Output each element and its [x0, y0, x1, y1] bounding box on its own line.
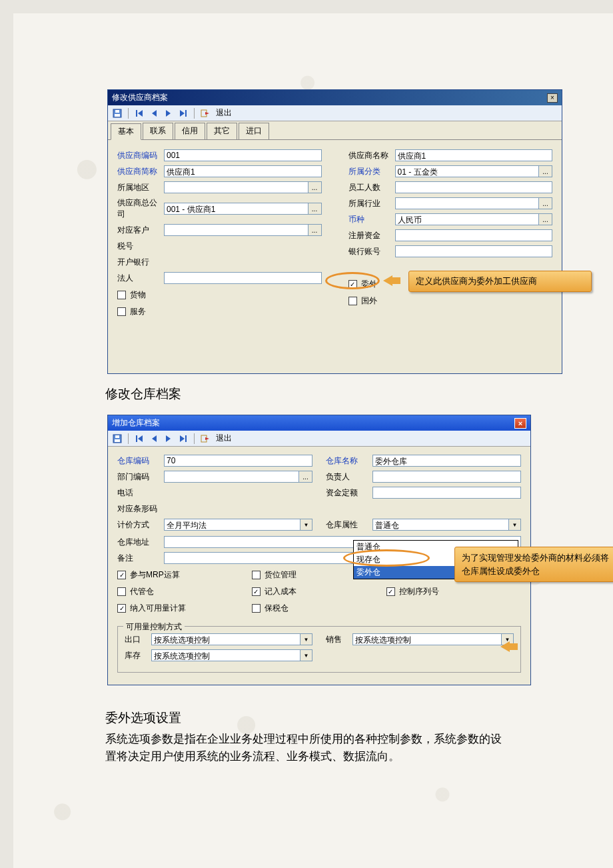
exit-label[interactable]: 退出 [216, 433, 232, 444]
svg-rect-8 [185, 110, 187, 117]
svg-marker-7 [180, 110, 185, 117]
fld-bankno[interactable] [395, 245, 553, 257]
save-icon[interactable] [112, 433, 123, 444]
lbl-tax: 税号 [117, 241, 164, 252]
pricing-dropdown-button[interactable]: ▼ [301, 519, 312, 531]
fld-hq[interactable]: 001 - 供应商1 [164, 203, 308, 215]
first-icon[interactable] [134, 433, 145, 444]
heading-modify-warehouse: 修改仓库档案 [105, 385, 181, 403]
lbl-agent: 代管仓 [130, 586, 154, 597]
save-icon[interactable] [112, 108, 123, 119]
next-icon[interactable] [163, 108, 174, 119]
fld-staff[interactable] [395, 181, 553, 193]
lbl-stock: 库存 [125, 650, 151, 661]
industry-picker-button[interactable]: ... [539, 197, 552, 209]
fld-sales[interactable]: 按系统选项控制 [352, 633, 502, 645]
last-icon[interactable] [178, 433, 189, 444]
lbl-sales: 销售 [326, 634, 352, 645]
fld-supplier-code[interactable]: 001 [164, 149, 322, 161]
warehouse-toolbar: 退出 [108, 431, 530, 447]
next-icon[interactable] [163, 433, 174, 444]
cb-sn[interactable] [386, 587, 395, 596]
lbl-capital: 注册资金 [348, 230, 395, 241]
prev-icon[interactable] [149, 433, 159, 444]
fld-legal[interactable] [164, 272, 322, 284]
lbl-customer: 对应客户 [117, 225, 164, 236]
svg-marker-18 [180, 435, 185, 442]
svg-marker-10 [205, 112, 209, 115]
fld-owner[interactable] [372, 471, 521, 483]
tab-other[interactable]: 其它 [207, 123, 237, 139]
cb-bonded[interactable] [252, 604, 261, 613]
attr-dropdown-button[interactable]: ▼ [509, 519, 521, 531]
svg-marker-16 [152, 435, 157, 442]
cb-cost[interactable] [252, 587, 261, 596]
cb-avail[interactable] [117, 604, 126, 613]
cb-loc[interactable] [252, 571, 261, 579]
dept-picker-button[interactable]: ... [299, 471, 312, 483]
lbl-service: 服务 [130, 306, 146, 317]
cb-mrp[interactable] [117, 571, 126, 579]
close-button[interactable]: × [514, 418, 526, 429]
lbl-wh-code: 仓库编码 [117, 455, 164, 467]
lbl-bonded: 保税仓 [265, 603, 289, 614]
fld-currency[interactable]: 人民币 [395, 213, 540, 225]
exit-icon[interactable] [200, 108, 211, 119]
fld-export[interactable]: 按系统选项控制 [151, 633, 301, 645]
lbl-owner: 负责人 [326, 471, 372, 483]
close-button[interactable]: × [547, 93, 558, 103]
heading-outsource-options: 委外选项设置 [105, 709, 181, 727]
exit-label[interactable]: 退出 [216, 107, 232, 119]
sales-arrow-icon [500, 641, 510, 652]
hq-picker-button[interactable]: ... [308, 203, 322, 215]
lbl-barcode: 对应条形码 [117, 503, 164, 515]
fld-wh-code[interactable]: 70 [164, 455, 312, 467]
lbl-avail: 纳入可用量计算 [130, 603, 186, 614]
fld-pricing[interactable]: 全月平均法 [164, 519, 301, 531]
tab-contact[interactable]: 联系 [143, 123, 173, 139]
exit-icon[interactable] [200, 433, 211, 444]
fld-supplier-name[interactable]: 供应商1 [395, 149, 553, 161]
first-icon[interactable] [134, 108, 145, 119]
tab-import[interactable]: 进口 [239, 123, 269, 139]
svg-rect-13 [115, 435, 119, 438]
export-dropdown-button[interactable]: ▼ [301, 633, 312, 645]
cb-goods[interactable] [117, 291, 126, 299]
fld-attr[interactable]: 普通仓 [372, 519, 509, 531]
cb-service[interactable] [117, 307, 126, 316]
fld-stock[interactable]: 按系统选项控制 [151, 649, 301, 661]
fld-category[interactable]: 01 - 五金类 [395, 165, 540, 177]
tab-credit[interactable]: 信用 [175, 123, 205, 139]
cb-agent[interactable] [117, 587, 126, 596]
currency-picker-button[interactable]: ... [539, 213, 552, 225]
fld-customer[interactable] [164, 224, 308, 236]
category-picker-button[interactable]: ... [539, 165, 552, 177]
fld-region[interactable] [164, 181, 308, 193]
lbl-bank: 开户银行 [117, 257, 164, 268]
outsource-highlight-oval [325, 272, 380, 289]
tab-basic[interactable]: 基本 [111, 123, 141, 140]
fld-wh-name[interactable]: 委外仓库 [372, 455, 521, 467]
svg-marker-17 [166, 435, 171, 442]
stock-dropdown-button[interactable]: ▼ [301, 649, 312, 661]
fieldset-availability-control: 可用量控制方式 出口按系统选项控制▼ 库存按系统选项控制▼ 销售按系统选项控制▼ [117, 626, 521, 673]
lbl-hq: 供应商总公司 [117, 197, 164, 220]
fld-fund[interactable] [372, 487, 521, 499]
lbl-supplier-name: 供应商名称 [348, 150, 395, 161]
customer-picker-button[interactable]: ... [308, 224, 322, 236]
lbl-bankno: 银行账号 [348, 246, 395, 257]
fld-supplier-alias[interactable]: 供应商1 [164, 165, 322, 177]
warehouse-titlebar: 增加仓库档案 × [108, 415, 530, 431]
lbl-staff: 员工人数 [348, 182, 395, 193]
last-icon[interactable] [178, 108, 189, 119]
cb-foreign[interactable] [348, 297, 357, 305]
fld-capital[interactable] [395, 229, 553, 241]
region-picker-button[interactable]: ... [308, 181, 322, 193]
fld-dept[interactable] [164, 471, 299, 483]
callout1-arrow-icon [383, 275, 392, 286]
paragraph-outsource-options: 系统选项参数是指在企业业务处理过程中所使用的各种控制参数，系统参数的设置将决定用… [105, 731, 512, 766]
fld-industry[interactable] [395, 197, 540, 209]
prev-icon[interactable] [149, 108, 159, 119]
lbl-wh-name: 仓库名称 [326, 455, 372, 467]
lbl-foreign: 国外 [361, 295, 377, 307]
